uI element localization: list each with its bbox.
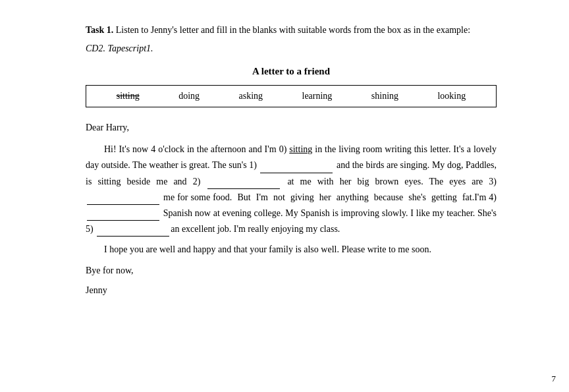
blank-5 <box>97 221 169 237</box>
word-asking: asking <box>239 91 263 101</box>
letter-body: Dear Harry, Hi! It's now 4 o'clock in th… <box>86 121 497 298</box>
para2-text-end: an excellent job. I'm really enjoying my… <box>171 224 340 234</box>
word-looking: looking <box>437 91 466 101</box>
para1-filled-word: sitting <box>289 144 312 154</box>
para1-text-end2: me for some food. But I'm not giving her… <box>161 192 497 202</box>
para1-text-end: at me with her big brown eyes. The eyes … <box>281 177 497 186</box>
word-sitting: sitting <box>117 91 140 101</box>
letter-paragraph-2: I hope you are well and happy and that y… <box>86 242 497 257</box>
cd-reference: CD2. Tapescript1. <box>86 43 497 54</box>
letter-paragraph-1: Hi! It's now 4 o'clock in the afternoon … <box>86 142 497 237</box>
task-instruction: Task 1. Listen to Jenny's letter and fil… <box>86 23 497 37</box>
page-number: 7 <box>552 374 556 384</box>
page: Task 1. Listen to Jenny's letter and fil… <box>0 0 569 392</box>
word-shining: shining <box>371 91 398 101</box>
word-learning: learning <box>302 91 333 101</box>
signature: Jenny <box>86 283 497 298</box>
closing: Bye for now, <box>86 264 497 278</box>
blank-4 <box>87 205 159 221</box>
blank-3 <box>87 189 159 205</box>
blank-2 <box>207 173 280 189</box>
para1-text-start: Hi! It's now 4 o'clock in the afternoon … <box>104 144 289 154</box>
word-doing: doing <box>178 91 200 101</box>
letter-title: A letter to a friend <box>86 66 497 77</box>
word-box: sitting doing asking learning shining lo… <box>86 85 497 107</box>
salutation: Dear Harry, <box>86 121 497 135</box>
task-text: Listen to Jenny's letter and fill in the… <box>113 25 470 35</box>
task-label: Task 1. <box>86 25 113 35</box>
blank-1 <box>260 157 333 173</box>
